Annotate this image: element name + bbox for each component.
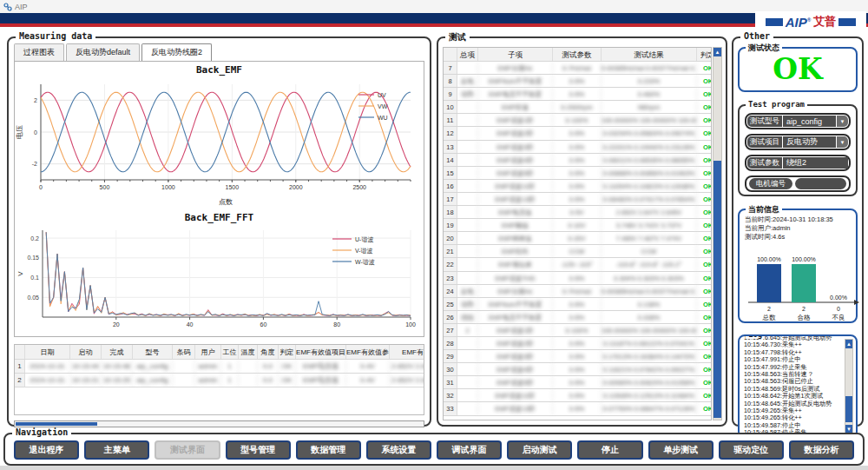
subitem-cell: EMF峰峰值 [478,232,553,244]
group-cell [457,180,478,192]
model-select[interactable]: 测试型号 aip_config ▼ [745,113,851,129]
table-row[interactable]: 29EMF谐波3阶0-5%0.17013% 0.16384% 0.14470%O… [444,350,711,363]
table-row[interactable]: 20EMF峰峰值0-20V7.489V 7.487V 7.474VOK [444,232,711,245]
nav-button-6[interactable]: 调试界面 [437,440,502,460]
table-row[interactable]: 21EMF转向CCWCCWOK [444,245,711,258]
chart-container: Back_EMF 20-205001000150020002500点数电压UVV… [14,61,424,337]
group-cell: 反电 [457,75,478,87]
nav-button-10[interactable]: 驱动定位 [719,440,784,460]
result-cell: 0.338% [602,311,697,323]
table-row[interactable]: 13EMF谐波3阶0-5%0.22201% 0.19940% 0.23128%O… [444,141,711,154]
subitem-cell: EMF谐波13阶 [478,193,553,205]
log-scrollbar[interactable]: ▲ ▼ [845,339,853,434]
header-cell: 总项 [457,48,478,61]
nav-button-0[interactable]: 退出程序 [14,440,79,460]
nav-button-4[interactable]: 数据管理 [296,440,361,460]
table-row[interactable]: 23EMF谐波THD0-5%0.304% 0.303% 0.303%OK [444,272,711,285]
test-progress-bar [14,420,424,427]
table-row[interactable]: 11EMF谐波1阶0-100%100.00000% 100.00000% 100… [444,114,711,127]
nav-button-5[interactable]: 系统设置 [366,440,431,460]
row-number: 7 [444,62,457,74]
table-row[interactable]: 18EMF电压值0-5V2.652V 2.647V 2.645VOK [444,206,711,219]
test-panel-title: 测试 [445,31,470,43]
result-cell: 0.08480% 0.07917% 0.07854% [602,193,697,205]
nav-button-8[interactable]: 停止 [577,440,642,460]
table-row[interactable]: 12024-10-3110:15:4410:15:48aip_configadm… [15,360,424,374]
scroll-up-icon[interactable]: ▲ [713,48,721,56]
header-cell: EMF有效值参数 [346,345,390,359]
table-row[interactable]: 272EMF谐波1阶0-100%100.00000% 100.00000% 10… [444,324,711,337]
tab-1[interactable]: 反电动势default [66,43,140,61]
test-table-scrollbar[interactable]: ▲ [713,47,722,420]
svg-text:0.15: 0.15 [27,255,39,261]
data-cell: 0-4V [346,374,390,387]
result-cell: 100.00000% 100.00000% 100.000... [602,114,697,126]
svg-text:0.05: 0.05 [27,295,39,301]
nav-button-9[interactable]: 单步测试 [648,440,713,460]
back-emf-fft-chart: 0.20.150.10.0520406080100阶次VU-谐波V-谐波W-谐波 [15,223,424,337]
result-cell: 0.03294% 0.05609% 0.09074% [602,127,697,139]
table-row[interactable]: 12EMF谐波2阶0-5%0.03294% 0.05609% 0.09074%O… [444,127,711,140]
test-program-box: Test program 测试型号 aip_config ▼ 测试项目 反电动势… [738,104,858,196]
row-number: 10 [444,101,457,113]
svg-text:0.2: 0.2 [30,235,39,242]
nav-button-11[interactable]: 数据分析 [789,440,854,460]
table-row[interactable]: 15EMF谐波5阶0-5%0.00888% 0.00856% 0.01963%O… [444,167,711,180]
row-number: 29 [444,350,457,362]
data-cell: 2.652V 2.647V 2.645V [390,360,424,373]
table-row[interactable]: 7EMF分频Hz0-7Hz/rad0.00385Hz/rad 0.00377Hz… [444,62,711,75]
param-cell: 0-5% [553,389,602,401]
scrollbar-thumb[interactable] [713,161,721,418]
motor-number-input[interactable] [795,178,846,189]
result-cell: 0.22201% 0.19940% 0.23128% [602,141,697,153]
result-cell: 0.00385Hz/rad 0.00377Hz/rad 0.0... [602,285,697,297]
svg-text:100: 100 [405,321,416,328]
scroll-up-icon[interactable]: ▲ [845,340,852,348]
table-row[interactable]: 14EMF谐波4阶0-5%0.06011% 0.08535% 0.08655%O… [444,154,711,167]
table-row[interactable]: 32EMF谐波11阶0-5%0.11508% 0.12513% 0.11984%… [444,389,711,402]
test-table: 总项子项测试参数测试结果判定7EMF分频Hz0-7Hz/rad0.00385Hz… [443,47,712,420]
table-row[interactable]: 28EMF谐波2阶0-5%0.11187% 0.08122% 0.07041%O… [444,337,711,350]
tab-0[interactable]: 过程图表 [14,43,64,61]
scrollbar-thumb[interactable] [845,396,852,422]
subitem-cell: EMF电压不平衡度 [478,88,553,100]
table-row[interactable]: 30EMF谐波4阶0-5%0.11621% 0.07842% 0.09027%O… [444,363,711,376]
test-param-value: 绕组2 [783,157,848,169]
table-row[interactable]: 8反电EMFNum不平衡度0-5%0.220%OK [444,75,711,88]
chevron-down-icon[interactable]: ▼ [837,116,848,127]
svg-text:总数: 总数 [762,314,777,321]
group-cell [457,350,478,362]
window-title: AIP [15,3,28,11]
test-item-select[interactable]: 测试项目 反电动势 ▼ [745,134,851,150]
row-number: 33 [444,402,457,414]
table-row[interactable]: 17EMF谐波13阶0-5%0.08480% 0.07917% 0.07854%… [444,193,711,206]
table-row[interactable]: 19EMF幅值0-10V3.748V 3.742V 3.737VOK [444,219,711,232]
test-item-value: 反电动势 [783,136,836,148]
table-row[interactable]: 16EMF谐波11阶0-5%0.11054% 0.10823% 0.12638%… [444,180,711,193]
chevron-down-icon[interactable]: ▼ [837,136,848,148]
table-row[interactable]: 9动势EMF电压不平衡度0-5%0.460%OK [444,88,711,101]
verdict-cell: OK [697,88,712,100]
svg-text:2: 2 [802,306,806,312]
nav-button-3[interactable]: 型号管理 [226,440,291,460]
results-table-header: 日期启动完成型号条码用户工位温度角度判定EMF有效值项目EMF有效值参数EMF有… [15,345,424,360]
nav-button-1[interactable]: 主菜单 [84,440,149,460]
group-cell [457,337,478,349]
motor-number-button[interactable]: 电机编号 [749,178,792,189]
table-row[interactable]: 26绕组EMF电压不平衡度0-5%0.338%OK [444,311,711,324]
table-row[interactable]: 31EMF谐波5阶0-5%0.00989% 0.00629% 0.01358%O… [444,376,711,389]
table-row[interactable]: 22024-10-3110:15:2110:15:25aip_configadm… [15,374,424,387]
nav-button-7[interactable]: 启动测试 [507,440,572,460]
param-cell: 0-5% [553,363,602,375]
test-param-field[interactable]: 测试参数 绕组2 [745,155,851,171]
table-row[interactable]: 24反电EMF分频Hz0-7Hz/rad0.00385Hz/rad 0.0037… [444,285,711,298]
table-row[interactable]: 22EMF相位差-125~-115°-119.8° -119.8° -120.2… [444,258,711,271]
table-row[interactable]: 25动势EMFNum不平衡度0-5%0.138%OK [444,298,711,311]
table-row[interactable]: 33EMF谐波13阶0-5%0.07759% 0.08647% 0.07128%… [444,402,711,415]
svg-text:100.00%: 100.00% [757,256,781,262]
tab-2[interactable]: 反电动势线圈2 [141,43,212,61]
header-cell: 型号 [133,345,173,359]
table-row[interactable]: 10EMF转速0-2000rpm980rpmOK [444,101,711,114]
subitem-cell: EMF相位差 [478,258,553,270]
test-status-box: 测试状态 OK [738,47,858,92]
